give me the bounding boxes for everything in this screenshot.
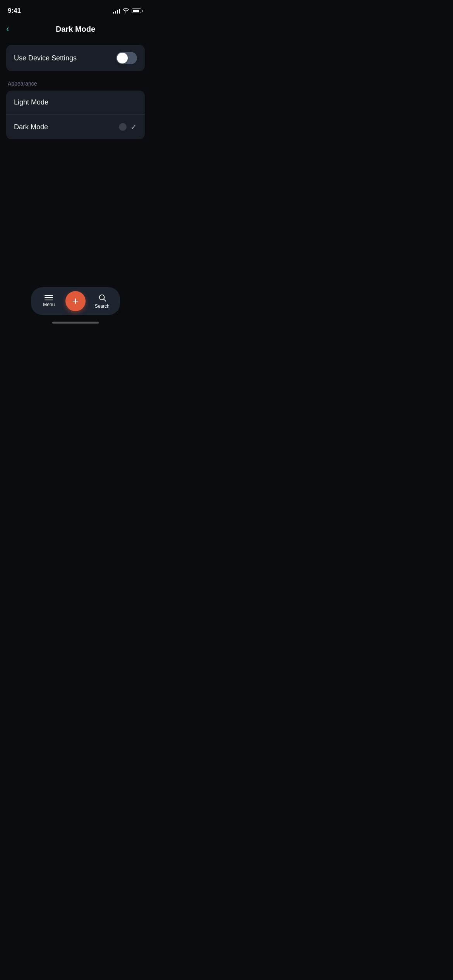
- use-device-settings-toggle[interactable]: [116, 52, 137, 64]
- appearance-card: Light Mode Dark Mode ✓: [6, 91, 145, 139]
- status-bar: 9:41: [0, 0, 151, 19]
- use-device-settings-row[interactable]: Use Device Settings: [6, 45, 145, 71]
- dark-mode-checkmark: ✓: [130, 122, 137, 132]
- wifi-icon: [122, 8, 129, 14]
- search-nav-item[interactable]: Search: [91, 293, 114, 309]
- home-indicator: [52, 322, 99, 324]
- light-mode-row[interactable]: Light Mode: [6, 91, 145, 115]
- nav-header: ‹ Dark Mode: [0, 19, 151, 39]
- back-button[interactable]: ‹: [6, 24, 9, 34]
- search-label: Search: [95, 303, 110, 309]
- status-icons: [113, 8, 143, 14]
- light-mode-label: Light Mode: [14, 98, 48, 106]
- add-button[interactable]: +: [65, 291, 86, 311]
- dark-mode-selected-indicators: ✓: [119, 122, 137, 132]
- use-device-settings-label: Use Device Settings: [14, 54, 77, 62]
- search-icon: [98, 293, 106, 302]
- menu-icon: [45, 295, 53, 300]
- plus-icon: +: [72, 296, 79, 307]
- menu-label: Menu: [43, 302, 55, 307]
- status-time: 9:41: [8, 7, 21, 15]
- dark-mode-row[interactable]: Dark Mode ✓: [6, 115, 145, 139]
- page-title: Dark Mode: [56, 25, 95, 34]
- toggle-knob: [117, 53, 128, 63]
- main-content: Use Device Settings Appearance Light Mod…: [0, 39, 151, 146]
- menu-nav-item[interactable]: Menu: [37, 295, 60, 307]
- bottom-nav-bar: Menu + Search: [31, 287, 120, 315]
- signal-icon: [113, 8, 120, 14]
- battery-icon: [132, 9, 143, 13]
- svg-line-1: [104, 299, 106, 301]
- dark-mode-label: Dark Mode: [14, 123, 48, 131]
- dark-mode-dot: [119, 123, 127, 131]
- appearance-section-label: Appearance: [6, 81, 145, 87]
